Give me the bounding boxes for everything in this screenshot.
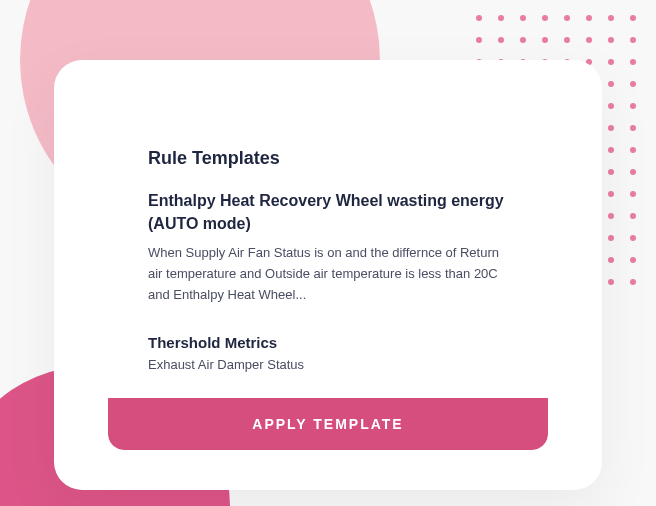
rule-title: Enthalpy Heat Recovery Wheel wasting ene…: [148, 189, 508, 235]
section-title: Rule Templates: [148, 148, 508, 169]
threshold-metrics-value: Exhaust Air Damper Status: [148, 357, 508, 372]
card-content: Rule Templates Enthalpy Heat Recovery Wh…: [108, 116, 548, 398]
rule-description: When Supply Air Fan Status is on and the…: [148, 243, 508, 305]
outer-card: Rule Templates Enthalpy Heat Recovery Wh…: [54, 60, 602, 490]
threshold-metrics-title: Thershold Metrics: [148, 334, 508, 351]
apply-template-button[interactable]: APPLY TEMPLATE: [108, 398, 548, 450]
template-card: Rule Templates Enthalpy Heat Recovery Wh…: [108, 116, 548, 450]
